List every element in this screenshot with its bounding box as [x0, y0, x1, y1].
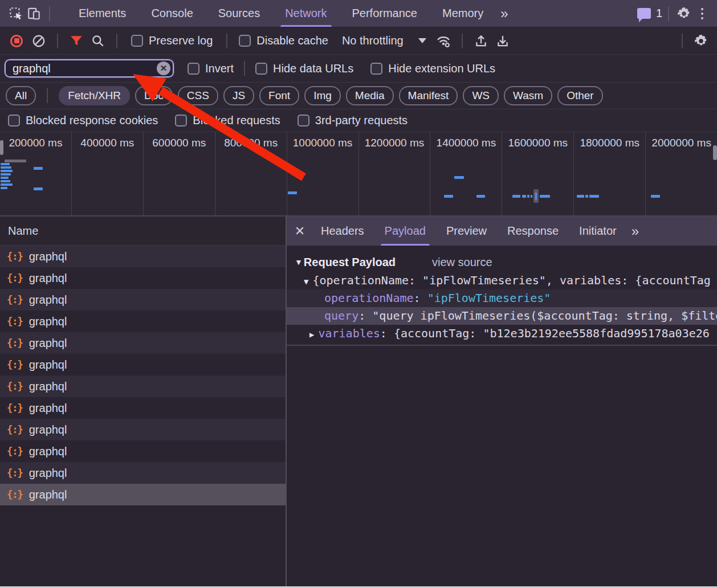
blocked-response-cookies-checkbox[interactable] — [8, 115, 20, 126]
type-chip-font[interactable]: Font — [259, 86, 299, 105]
request-name: graphql — [29, 315, 67, 328]
request-row[interactable]: {:}graphql — [0, 354, 286, 375]
issues-icon — [637, 8, 651, 19]
request-payload-section[interactable]: ▼ Request Payload view source — [287, 252, 717, 272]
request-name: graphql — [29, 293, 67, 307]
request-timing-bar — [454, 176, 464, 179]
request-timing-bar — [589, 195, 599, 198]
request-timing-bar — [527, 195, 529, 198]
kebab-menu-icon[interactable] — [693, 4, 711, 23]
preserve-log-checkbox[interactable] — [131, 35, 143, 47]
panel-tab-elements[interactable]: Elements — [75, 0, 129, 27]
divider — [47, 88, 48, 103]
request-row[interactable]: {:}graphql — [0, 267, 286, 289]
issues-button[interactable]: 1 — [637, 7, 662, 20]
hide-data-urls-checkbox[interactable] — [255, 63, 267, 75]
filter-funnel-icon[interactable] — [67, 31, 85, 51]
clear-network-log-icon[interactable] — [30, 31, 48, 51]
request-name: graphql — [29, 423, 67, 436]
blocked-requests-checkbox[interactable] — [175, 115, 187, 126]
-rd-party-requests-checkbox[interactable] — [298, 115, 309, 126]
request-row[interactable]: {:}graphql — [0, 440, 286, 462]
request-row[interactable]: {:}graphql — [0, 246, 286, 267]
detail-tab-response[interactable]: Response — [504, 217, 561, 246]
detail-tab-headers[interactable]: Headers — [318, 217, 367, 246]
type-chip-img[interactable]: Img — [304, 86, 341, 105]
detail-tab-preview[interactable]: Preview — [443, 217, 490, 246]
request-timing-bar — [34, 187, 43, 190]
network-conditions-icon[interactable] — [434, 31, 453, 51]
type-chip-manifest[interactable]: Manifest — [399, 86, 458, 105]
detail-tab-initiator[interactable]: Initiator — [576, 217, 620, 246]
type-chip-fetchxhr[interactable]: Fetch/XHR — [59, 86, 130, 105]
request-row[interactable]: {:}graphql — [0, 462, 286, 484]
timeline-bars-layer — [0, 132, 717, 215]
-rd-party-requests-control: 3rd-party requests — [298, 114, 408, 127]
request-row[interactable]: {:}graphql — [0, 375, 286, 397]
record-network-log-button[interactable] — [10, 35, 23, 47]
request-timing-bar — [577, 195, 584, 198]
throttling-select[interactable]: No throttling — [342, 34, 426, 47]
network-overview-timeline[interactable]: 200000 ms400000 ms600000 ms800000 ms1000… — [0, 132, 717, 217]
type-chip-media[interactable]: Media — [346, 86, 394, 105]
panel-tab-console[interactable]: Console — [148, 0, 196, 27]
panel-tab-sources[interactable]: Sources — [215, 0, 263, 27]
device-toolbar-icon[interactable] — [25, 4, 43, 23]
chevron-down-icon — [418, 38, 426, 43]
invert-checkbox[interactable] — [188, 63, 199, 75]
detail-tab-payload[interactable]: Payload — [382, 217, 429, 246]
request-timing-bar — [476, 195, 485, 198]
type-chip-js[interactable]: JS — [223, 86, 254, 105]
blocked-requests-control: Blocked requests — [175, 114, 280, 127]
request-payload-title: Request Payload — [304, 256, 396, 269]
payload-row-query[interactable]: query: "query ipFlowTimeseries($accountT… — [287, 307, 717, 325]
type-chip-css[interactable]: CSS — [178, 86, 218, 105]
request-timing-bar — [540, 195, 550, 198]
panel-tab-memory[interactable]: Memory — [439, 0, 487, 27]
checkbox-label: Blocked response cookies — [26, 114, 158, 127]
view-source-link[interactable]: view source — [432, 256, 492, 269]
inspect-element-icon[interactable] — [7, 4, 25, 23]
export-har-icon[interactable] — [494, 31, 512, 51]
request-timing-bar — [535, 193, 537, 200]
close-icon[interactable]: ✕ — [289, 217, 311, 246]
request-timing-bar — [1, 166, 11, 169]
requests-list: {:}graphql{:}graphql{:}graphql{:}graphql… — [0, 246, 286, 588]
fetch-xhr-icon: {:} — [7, 402, 23, 414]
request-row[interactable]: {:}graphql — [0, 311, 286, 332]
type-chip-doc[interactable]: Doc — [135, 86, 173, 105]
caret-right-icon: ▶ — [309, 330, 314, 339]
request-row[interactable]: {:}graphql — [0, 289, 286, 311]
fetch-xhr-icon: {:} — [7, 489, 23, 500]
payload-summary-row[interactable]: ▼{operationName: "ipFlowTimeseries", var… — [287, 272, 717, 289]
request-row[interactable]: {:}graphql — [0, 332, 286, 354]
more-detail-tabs-icon[interactable]: » — [627, 223, 643, 239]
disable-cache-checkbox[interactable] — [239, 35, 251, 47]
type-chip-all[interactable]: All — [6, 86, 36, 105]
settings-gear-icon[interactable] — [675, 4, 693, 23]
name-column-header[interactable]: Name — [0, 217, 286, 246]
payload-row-variables[interactable]: ▶variables: {accountTag: "b12e3b2192ee55… — [287, 325, 717, 342]
type-chip-wasm[interactable]: Wasm — [504, 86, 552, 105]
type-chip-ws[interactable]: WS — [463, 86, 499, 105]
more-panels-icon[interactable]: » — [496, 6, 512, 22]
clear-filter-icon[interactable]: ✕ — [157, 62, 170, 75]
hide-extension-urls-checkbox[interactable] — [370, 63, 382, 75]
search-icon[interactable] — [89, 31, 107, 51]
caret-down-icon: ▼ — [295, 258, 303, 267]
fetch-xhr-icon: {:} — [7, 294, 23, 305]
filter-input[interactable] — [5, 59, 174, 77]
panel-tab-network[interactable]: Network — [282, 0, 330, 27]
request-row[interactable]: {:}graphql — [0, 397, 286, 419]
type-chip-other[interactable]: Other — [557, 86, 603, 105]
network-settings-gear-icon[interactable] — [692, 31, 710, 51]
request-timing-bar — [585, 195, 588, 198]
import-har-icon[interactable] — [472, 31, 490, 51]
panel-tab-performance[interactable]: Performance — [349, 0, 421, 27]
blocked-response-cookies-control: Blocked response cookies — [8, 114, 158, 127]
request-name: graphql — [29, 467, 67, 480]
detail-tab-bar: ✕ HeadersPayloadPreviewResponseInitiator… — [287, 217, 717, 246]
request-row[interactable]: {:}graphql — [0, 419, 286, 440]
request-row[interactable]: {:}graphql — [0, 484, 286, 505]
payload-row-operationName[interactable]: operationName: "ipFlowTimeseries" — [287, 289, 717, 307]
